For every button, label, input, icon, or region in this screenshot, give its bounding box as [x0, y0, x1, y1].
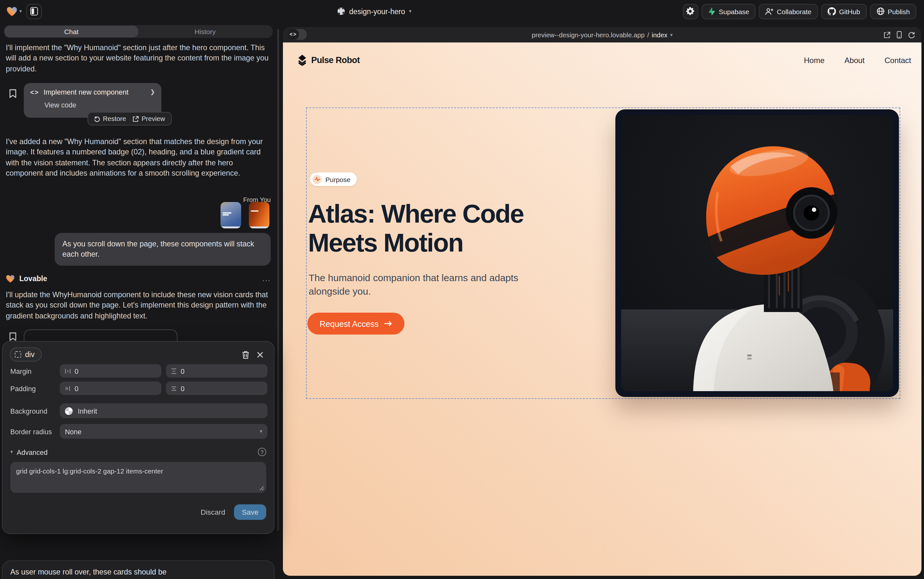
discard-button[interactable]: Discard — [201, 508, 225, 516]
border-radius-select[interactable]: None ▾ — [60, 424, 268, 439]
transparency-swatch-icon — [65, 407, 73, 415]
margin-y-input[interactable] — [166, 364, 268, 378]
pulse-activity-icon — [314, 177, 320, 182]
purpose-badge-label: Purpose — [325, 175, 351, 183]
restore-icon — [94, 116, 100, 122]
border-radius-label: Border radius — [10, 427, 60, 435]
github-button[interactable]: GitHub — [821, 3, 867, 19]
lovable-heart-icon — [7, 6, 17, 16]
dashed-square-icon — [15, 351, 21, 358]
lovable-menu-button[interactable]: ▾ — [7, 6, 22, 16]
top-bar: ▾ design-your-hero ▾ — [0, 0, 924, 23]
message-menu-button[interactable]: ... — [262, 274, 271, 283]
attachment-thumbnail-blue[interactable] — [220, 202, 241, 228]
preview-url: preview--design-your-hero.lovable.app — [532, 31, 645, 38]
border-radius-value: None — [65, 427, 82, 435]
preview-page: index — [652, 31, 668, 38]
gear-icon — [686, 7, 695, 15]
attachment-thumbnail-orange[interactable] — [249, 202, 269, 228]
nav-about[interactable]: About — [845, 56, 865, 65]
bookmark-icon[interactable] — [9, 332, 17, 341]
publish-globe-icon — [876, 7, 885, 15]
chat-scrollbar[interactable] — [277, 29, 279, 531]
chevron-right-icon: ❯ — [150, 89, 155, 95]
chevron-down-icon: ▾ — [260, 429, 262, 434]
nav-contact[interactable]: Contact — [885, 56, 911, 65]
panel-left-icon — [30, 7, 38, 15]
element-tag: div — [25, 351, 34, 358]
advanced-section-toggle[interactable]: Advanced — [17, 448, 47, 456]
tool-card-title: Implement new component — [43, 88, 128, 96]
advanced-classes-value: grid grid-cols-1 lg:grid-cols-2 gap-12 i… — [16, 467, 163, 475]
site-nav: Home About Contact — [804, 56, 911, 65]
composer-input[interactable]: As user mouse roll over, these cards sho… — [10, 568, 266, 576]
background-value: Inherit — [78, 407, 97, 415]
tab-chat[interactable]: Chat — [5, 26, 138, 37]
tab-history[interactable]: History — [138, 26, 272, 37]
app-window: ▾ design-your-hero ▾ — [0, 0, 924, 579]
github-icon — [828, 7, 836, 15]
site-brand[interactable]: Pulse Robot — [297, 55, 360, 65]
chevron-down-icon: ▾ — [19, 8, 22, 14]
close-inspector-button[interactable] — [253, 347, 267, 361]
site-brand-name: Pulse Robot — [311, 55, 360, 65]
margin-x-input[interactable] — [60, 364, 162, 378]
trash-icon — [242, 350, 250, 359]
arrow-right-icon — [384, 321, 392, 327]
save-button[interactable]: Save — [234, 504, 266, 520]
github-label: GitHub — [839, 7, 860, 15]
user-message-bubble: As you scroll down the page, these compo… — [55, 233, 271, 265]
padding-y-input[interactable] — [166, 381, 268, 395]
publish-button[interactable]: Publish — [870, 3, 916, 19]
sidebar-toggle-button[interactable] — [26, 3, 42, 19]
chat-composer[interactable]: As user mouse roll over, these cards sho… — [2, 560, 274, 579]
padding-x-input[interactable] — [60, 381, 162, 395]
supabase-button[interactable]: Supabase — [702, 3, 756, 19]
assistant-header: Lovable ... — [6, 274, 271, 283]
resize-handle-icon[interactable] — [259, 486, 264, 491]
padding-label: Padding — [10, 384, 60, 392]
chat-panel: Chat History I'll implement the "Why Hum… — [0, 23, 280, 579]
assistant-message: I'll implement the "Why Humanoid" sectio… — [6, 43, 272, 74]
restore-button[interactable]: Restore — [94, 115, 126, 122]
globe-icon — [337, 7, 345, 15]
background-input[interactable]: Inherit — [60, 403, 268, 418]
request-access-button[interactable]: Request Access — [307, 312, 405, 335]
margin-y-icon — [171, 368, 177, 374]
close-icon — [256, 351, 263, 358]
collaborate-button[interactable]: Collaborate — [759, 3, 818, 19]
mobile-view-button[interactable] — [896, 31, 902, 39]
chevron-down-icon: ▾ — [670, 32, 673, 38]
view-code-link[interactable]: View code — [44, 101, 155, 109]
preview-panel: <> preview--design-your-hero.lovable.app… — [283, 27, 921, 576]
refresh-button[interactable] — [908, 31, 915, 38]
chevron-down-icon: ▾ — [10, 449, 13, 455]
project-selector[interactable]: design-your-hero ▾ — [337, 0, 411, 23]
version-hover-toolbar: Restore Preview — [87, 112, 171, 126]
purpose-badge: Purpose — [310, 172, 357, 186]
publish-label: Publish — [888, 7, 910, 15]
preview-button[interactable]: Preview — [132, 115, 165, 122]
hero-subtitle: The humanoid companion that learns and a… — [309, 271, 524, 298]
nav-home[interactable]: Home — [804, 56, 824, 65]
pulse-robot-logo-icon — [297, 55, 307, 65]
collaborate-label: Collaborate — [777, 7, 811, 15]
padding-x-icon — [65, 385, 71, 391]
supabase-icon — [708, 7, 716, 15]
preview-viewport: Pulse Robot Home About Contact Purpose — [283, 43, 921, 576]
chevron-down-icon: ▾ — [409, 8, 411, 14]
advanced-classes-textarea[interactable]: grid grid-cols-1 lg:grid-cols-2 gap-12 i… — [10, 462, 266, 493]
bookmark-icon[interactable] — [9, 89, 17, 98]
preview-toolbar: <> preview--design-your-hero.lovable.app… — [283, 27, 921, 43]
background-label: Background — [10, 407, 60, 415]
external-link-icon — [132, 116, 139, 122]
selected-element-chip[interactable]: div — [10, 347, 41, 361]
assistant-message: I've added a new "Why Humanoid" section … — [6, 136, 272, 178]
delete-element-button[interactable] — [238, 347, 253, 361]
open-external-button[interactable] — [883, 31, 891, 38]
assistant-message: I'll update the WhyHumanoid component to… — [6, 290, 272, 321]
help-icon[interactable]: ? — [258, 448, 266, 456]
preview-url-selector[interactable]: preview--design-your-hero.lovable.app / … — [283, 27, 921, 43]
margin-x-icon — [65, 368, 71, 374]
settings-button[interactable] — [683, 3, 698, 19]
